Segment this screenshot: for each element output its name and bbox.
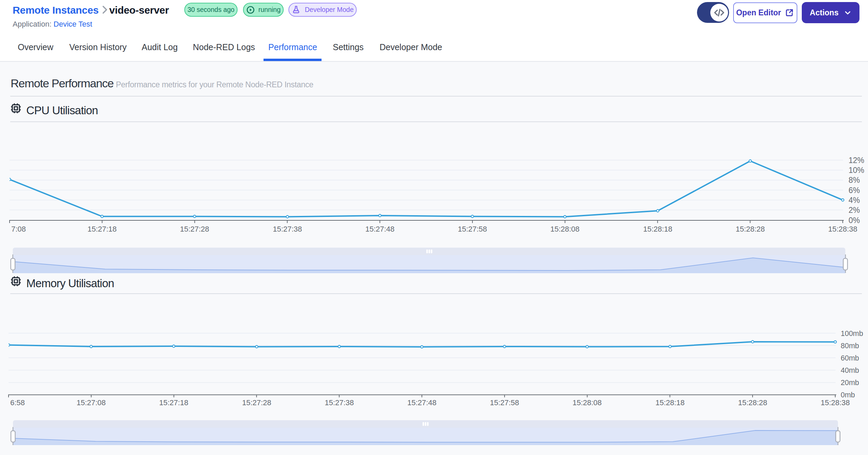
svg-text:80mb: 80mb (841, 342, 859, 350)
svg-text:8%: 8% (849, 176, 860, 185)
svg-text:60mb: 60mb (841, 354, 859, 362)
svg-text:15:27:18: 15:27:18 (87, 225, 117, 233)
svg-text:15:27:48: 15:27:48 (407, 398, 437, 407)
svg-text:15:27:58: 15:27:58 (458, 225, 487, 233)
svg-text:4%: 4% (849, 196, 860, 205)
svg-text:15:28:18: 15:28:18 (655, 398, 685, 407)
svg-text:2%: 2% (849, 206, 860, 215)
svg-text:6%: 6% (849, 186, 860, 195)
svg-text:100mb: 100mb (841, 329, 863, 338)
svg-text:12%: 12% (849, 156, 864, 165)
svg-text:15:28:38: 15:28:38 (828, 225, 857, 233)
svg-text:15:28:08: 15:28:08 (572, 398, 602, 407)
svg-text:0mb: 0mb (841, 391, 855, 399)
svg-text:0%: 0% (849, 216, 860, 225)
svg-text:15:28:18: 15:28:18 (643, 225, 672, 233)
svg-text:15:27:58: 15:27:58 (490, 398, 519, 407)
svg-text:15:27:38: 15:27:38 (273, 225, 302, 233)
svg-text:15:27:18: 15:27:18 (159, 398, 188, 407)
svg-text:15:27:28: 15:27:28 (242, 398, 271, 407)
svg-text:15:28:38: 15:28:38 (821, 398, 850, 407)
svg-text:15:28:28: 15:28:28 (736, 225, 765, 233)
svg-text:6:58: 6:58 (10, 398, 25, 407)
svg-text:20mb: 20mb (841, 379, 859, 387)
svg-text:15:27:08: 15:27:08 (76, 398, 106, 407)
svg-text:15:27:28: 15:27:28 (180, 225, 209, 233)
svg-text:15:28:28: 15:28:28 (738, 398, 767, 407)
svg-text:15:28:08: 15:28:08 (550, 225, 580, 233)
svg-text:7:08: 7:08 (11, 225, 26, 233)
svg-text:15:27:38: 15:27:38 (325, 398, 354, 407)
svg-text:15:27:48: 15:27:48 (365, 225, 395, 233)
svg-text:40mb: 40mb (841, 366, 859, 375)
svg-text:10%: 10% (849, 166, 864, 175)
